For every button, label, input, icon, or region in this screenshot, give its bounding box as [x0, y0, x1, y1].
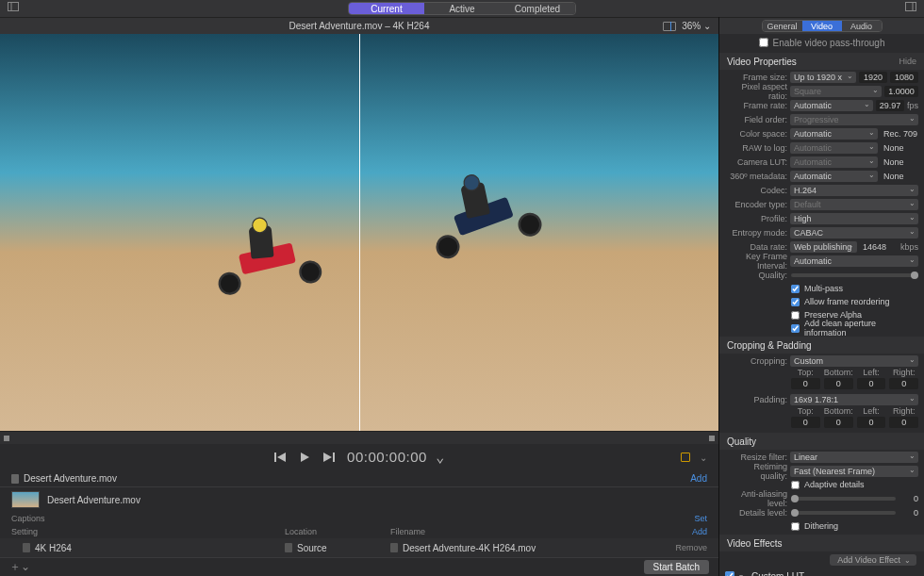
field-order-label: Field order:: [725, 115, 787, 124]
crop-left-field[interactable]: 0: [857, 378, 886, 389]
timeline-scrubber[interactable]: [0, 431, 718, 444]
add-effect-menu[interactable]: Add Video Effect: [830, 554, 916, 566]
raw-log-select[interactable]: Automatic: [790, 142, 878, 154]
marker-icon[interactable]: [681, 453, 690, 462]
section-cropping[interactable]: Cropping & Padding: [719, 337, 924, 354]
viewer-titlebar: Desert Adventure.mov – 4K H264 36% ⌄: [0, 17, 718, 34]
add-output-button[interactable]: Add: [692, 527, 707, 536]
padding-select[interactable]: 16x9 1.78:1: [790, 394, 918, 405]
tab-completed[interactable]: Completed: [500, 3, 575, 14]
section-video-properties[interactable]: Video Properties Hide: [719, 53, 924, 70]
tab-audio[interactable]: Audio: [842, 21, 882, 31]
pad-top-field[interactable]: 0: [791, 417, 820, 428]
reorder-checkbox[interactable]: [791, 298, 800, 306]
retime-select[interactable]: Fast (Nearest Frame): [790, 466, 918, 477]
meta-label: 360º metadata:: [725, 172, 787, 181]
play-button[interactable]: [298, 451, 311, 464]
content-graphic: [420, 171, 551, 270]
camera-lut-select[interactable]: Automatic: [790, 156, 878, 168]
tab-video[interactable]: Video: [802, 21, 842, 31]
settings-chevron-icon[interactable]: ⌄: [700, 453, 707, 463]
col-location: Location: [285, 527, 390, 536]
custom-lut-checkbox[interactable]: [725, 571, 734, 576]
entropy-select[interactable]: CABAC: [790, 227, 918, 239]
pad-bottom-field[interactable]: 0: [824, 417, 853, 428]
batch-item[interactable]: Desert Adventure.mov: [0, 487, 718, 512]
playhead-end[interactable]: [709, 436, 715, 441]
section-quality[interactable]: Quality: [719, 433, 924, 450]
add-button[interactable]: Add: [690, 473, 707, 484]
tab-general[interactable]: General: [763, 21, 802, 31]
frame-size-select[interactable]: Up to 1920 x 1080: [790, 72, 856, 83]
pad-right-label: Right:: [889, 406, 918, 417]
add-menu-button[interactable]: ＋⌄: [9, 559, 30, 575]
playhead-start[interactable]: [4, 436, 9, 441]
crop-bottom-field[interactable]: 0: [824, 378, 853, 389]
remove-button[interactable]: Remove: [675, 543, 707, 552]
codec-select[interactable]: H.264: [790, 185, 918, 196]
row-filename: Desert Adventure-4K H264.mov: [403, 543, 536, 553]
passthrough-label: Enable video pass-through: [773, 38, 885, 48]
start-batch-button[interactable]: Start Batch: [644, 560, 709, 574]
reorder-label: Allow frame reordering: [804, 297, 890, 306]
data-rate-select[interactable]: Web publishing: [790, 241, 857, 253]
timecode-display[interactable]: 00:00:00:00 ⌄: [347, 449, 445, 466]
batch-file-header[interactable]: Desert Adventure.mov Add: [0, 470, 718, 487]
captions-set-button[interactable]: Set: [694, 514, 707, 523]
viewer-title: Desert Adventure.mov – 4K H264: [8, 21, 711, 31]
queue-tabs: Current Active Completed: [348, 2, 576, 15]
sidebar-toggle-icon[interactable]: [8, 0, 19, 17]
inspector-toggle-icon[interactable]: [905, 0, 916, 17]
raw-log-value: None: [881, 143, 918, 153]
frame-height-field[interactable]: 1080: [890, 72, 918, 83]
pad-bottom-label: Bottom:: [824, 406, 853, 417]
alpha-checkbox[interactable]: [791, 311, 800, 320]
section-effects[interactable]: Video Effects: [719, 535, 924, 551]
color-space-label: Color space:: [725, 129, 787, 139]
par-select[interactable]: Square: [790, 86, 882, 97]
passthrough-checkbox[interactable]: [759, 38, 768, 47]
pad-right-field[interactable]: 0: [889, 417, 918, 428]
tab-current[interactable]: Current: [349, 3, 424, 14]
frame-width-field[interactable]: 1920: [859, 72, 887, 83]
next-frame-button[interactable]: [322, 451, 336, 464]
detail-slider[interactable]: [791, 511, 896, 515]
frame-size-label: Frame size:: [725, 73, 787, 82]
meta-select[interactable]: Automatic: [790, 171, 878, 182]
split-line[interactable]: [359, 34, 360, 431]
aperture-checkbox[interactable]: [791, 324, 800, 333]
pad-left-field[interactable]: 0: [857, 417, 886, 428]
columns-header: Setting Location Filename Add: [0, 525, 718, 538]
preview-viewer[interactable]: [0, 34, 718, 431]
field-order-select[interactable]: Progressive: [790, 114, 918, 125]
aa-slider[interactable]: [791, 497, 896, 501]
pad-left-label: Left:: [857, 406, 886, 417]
multipass-checkbox[interactable]: [791, 285, 800, 293]
keyframe-label: Key Frame Interval:: [725, 252, 787, 271]
custom-lut-label: Custom LUT: [751, 571, 804, 577]
color-space-select[interactable]: Automatic: [790, 128, 878, 140]
resize-select[interactable]: Linear: [790, 452, 918, 463]
dither-checkbox[interactable]: [791, 522, 800, 531]
quality-slider[interactable]: [791, 273, 918, 277]
frame-rate-select[interactable]: Automatic: [790, 100, 873, 111]
cropping-label: Cropping:: [725, 356, 787, 366]
comparison-icon[interactable]: [663, 22, 676, 31]
aa-label: Anti-aliasing level:: [725, 489, 787, 508]
prev-frame-button[interactable]: [273, 451, 287, 464]
encoder-select[interactable]: Default: [790, 199, 918, 210]
cropping-select[interactable]: Custom: [790, 355, 918, 367]
col-filename: Filename: [390, 527, 692, 536]
tab-active[interactable]: Active: [424, 3, 500, 14]
adaptive-checkbox[interactable]: [791, 481, 800, 489]
profile-select[interactable]: High: [790, 213, 918, 224]
par-value-field[interactable]: 1.0000: [884, 86, 918, 97]
zoom-menu[interactable]: 36% ⌄: [682, 21, 711, 31]
crop-right-field[interactable]: 0: [889, 378, 918, 389]
hide-button[interactable]: Hide: [899, 57, 916, 66]
batch-output-row[interactable]: 4K H264 Source Desert Adventure-4K H264.…: [0, 538, 718, 557]
disclosure-icon[interactable]: ▾: [739, 572, 747, 577]
crop-top-field[interactable]: 0: [791, 378, 820, 389]
keyframe-select[interactable]: Automatic: [790, 255, 918, 267]
frame-rate-field[interactable]: 29.97: [876, 100, 904, 111]
